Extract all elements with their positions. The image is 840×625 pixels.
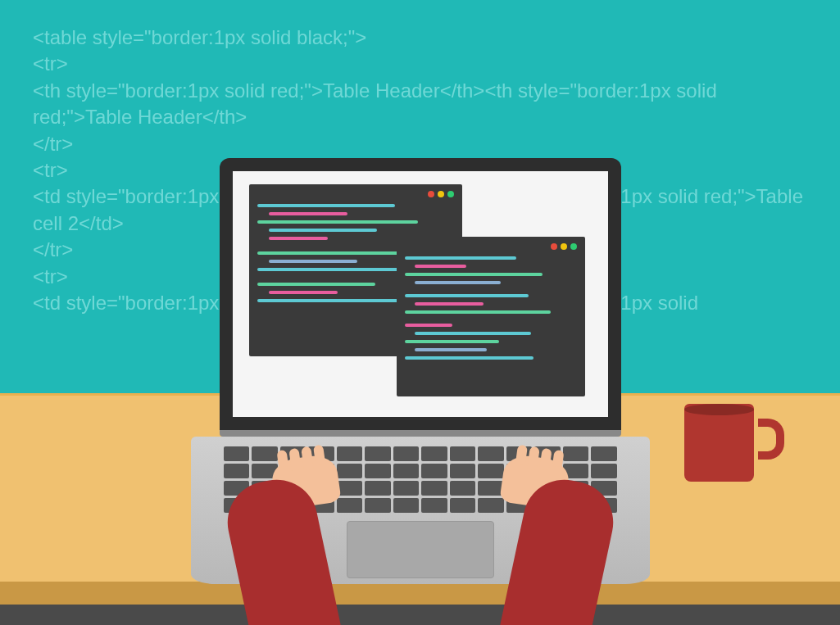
- keyboard-key: [308, 446, 334, 461]
- keyboard-key: [591, 498, 617, 513]
- code-stripe: [405, 310, 552, 314]
- keyboard-key: [563, 446, 589, 461]
- laptop: [191, 158, 650, 584]
- keyboard-key: [393, 498, 420, 513]
- keyboard-key: [224, 464, 250, 478]
- code-stripe: [269, 229, 377, 232]
- code-line-3: <th style="border:1px solid red;">Table …: [33, 78, 807, 131]
- keyboard-key: [591, 446, 617, 461]
- keyboard-key: [337, 481, 363, 496]
- keyboard-key: [393, 481, 420, 496]
- laptop-keyboard-deck: [191, 437, 650, 584]
- keyboard-key: [450, 464, 476, 478]
- keyboard-key: [478, 498, 504, 513]
- keyboard-key: [478, 481, 504, 496]
- laptop-bezel: [220, 158, 621, 430]
- coffee-mug: [684, 404, 766, 486]
- code-line-2: <tr>: [33, 51, 807, 77]
- keyboard-key: [252, 481, 278, 496]
- maximize-icon: [447, 191, 454, 197]
- code-stripe: [257, 251, 405, 255]
- keyboard-key: [280, 446, 306, 461]
- keyboard-key: [421, 446, 447, 461]
- keyboard-key: [450, 481, 476, 496]
- keyboard-key: [591, 464, 617, 478]
- code-stripe: [257, 204, 395, 207]
- keyboard-key: [308, 498, 334, 513]
- keyboard-key: [534, 446, 561, 461]
- keyboard-key: [534, 464, 561, 478]
- code-stripe: [257, 220, 419, 224]
- code-stripe: [269, 291, 338, 294]
- keyboard-key: [224, 481, 250, 496]
- code-stripe: [415, 332, 532, 335]
- mug-body: [684, 404, 754, 482]
- code-stripe: [405, 256, 517, 260]
- keyboard-key: [421, 464, 447, 478]
- keyboard-key: [280, 481, 306, 496]
- trackpad: [347, 521, 494, 578]
- keyboard-key: [252, 498, 278, 513]
- keyboard-key: [308, 481, 334, 496]
- keyboard-key: [393, 446, 420, 461]
- code-editor-window-2: [397, 237, 585, 396]
- window-controls: [405, 243, 577, 250]
- code-stripe: [405, 294, 529, 297]
- keyboard-key: [365, 446, 391, 461]
- keyboard-key: [506, 464, 533, 478]
- code-line-4: </tr>: [33, 131, 807, 157]
- keyboard-key: [280, 464, 306, 478]
- code-stripe: [405, 356, 534, 360]
- code-stripe: [415, 302, 484, 306]
- keyboard: [224, 446, 617, 513]
- mug-handle: [758, 419, 784, 460]
- code-stripe: [405, 273, 543, 276]
- keyboard-key: [337, 464, 363, 478]
- keyboard-key: [563, 498, 589, 513]
- keyboard-key: [280, 498, 306, 513]
- keyboard-key: [365, 481, 391, 496]
- laptop-display: [233, 171, 608, 417]
- keyboard-key: [478, 464, 504, 478]
- keyboard-key: [337, 446, 363, 461]
- laptop-hinge: [220, 430, 621, 437]
- keyboard-key: [365, 464, 391, 478]
- keyboard-key: [506, 481, 533, 496]
- keyboard-key: [563, 481, 589, 496]
- code-stripe: [269, 260, 357, 263]
- keyboard-key: [534, 498, 561, 513]
- keyboard-key: [563, 464, 589, 478]
- keyboard-key: [478, 446, 504, 461]
- keyboard-key: [534, 481, 561, 496]
- code-stripe: [257, 299, 411, 302]
- minimize-icon: [561, 243, 567, 250]
- close-icon: [551, 243, 557, 250]
- minimize-icon: [438, 191, 444, 197]
- mug-rim: [684, 404, 754, 415]
- keyboard-key: [224, 446, 250, 461]
- window-controls: [257, 191, 454, 197]
- keyboard-key: [421, 481, 447, 496]
- keyboard-key: [337, 498, 363, 513]
- keyboard-key: [365, 498, 391, 513]
- code-stripe: [257, 283, 375, 286]
- keyboard-key: [308, 464, 334, 478]
- code-stripe: [405, 340, 500, 343]
- keyboard-key: [224, 498, 250, 513]
- floor: [0, 605, 840, 625]
- code-stripe: [415, 348, 487, 351]
- keyboard-key: [252, 464, 278, 478]
- keyboard-key: [591, 481, 617, 496]
- keyboard-key: [506, 446, 533, 461]
- close-icon: [428, 191, 434, 197]
- maximize-icon: [570, 243, 577, 250]
- keyboard-key: [252, 446, 278, 461]
- keyboard-key: [393, 464, 420, 478]
- keyboard-key: [421, 498, 447, 513]
- keyboard-key: [450, 446, 476, 461]
- code-stripe: [415, 281, 501, 284]
- code-stripe: [269, 237, 328, 240]
- code-stripe: [269, 212, 347, 215]
- keyboard-key: [506, 498, 533, 513]
- keyboard-key: [450, 498, 476, 513]
